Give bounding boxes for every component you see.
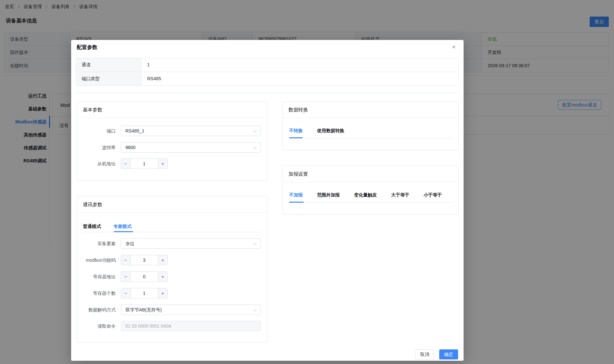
decode-mode-value: 双字节AB(无符号) [125, 307, 162, 312]
slave-addr-stepper: − 1 + [121, 158, 261, 169]
basic-params-card: 基本参数 端口 RS485_1 波特率 9600 从机地址 − 1 + [77, 101, 267, 181]
modal-divider [76, 93, 458, 93]
tab-no-convert[interactable]: 不转换 [289, 128, 303, 134]
slave-addr-label: 从机地址 [77, 158, 116, 169]
tabs-baseline [83, 232, 261, 232]
active-tab-indicator [289, 137, 303, 138]
decode-mode-label: 数据解码方式 [77, 305, 116, 315]
confirm-button[interactable]: 确定 [439, 349, 458, 359]
convert-tabs: 不转换 使用数据转换 [289, 128, 344, 134]
tab-less-equal[interactable]: 小于等于 [424, 192, 442, 198]
register-count-stepper: − 1 + [121, 288, 261, 298]
modbus-func-value[interactable]: 3 [130, 255, 158, 265]
collect-element-label: 采集要素 [77, 238, 116, 249]
baud-select[interactable]: 9600 [121, 142, 261, 153]
port-type-value: RS485 [141, 72, 458, 85]
card-title: 加报设置 [283, 166, 458, 182]
channel-info-table: 通道 1 端口类型 RS485 [76, 58, 458, 86]
tab-normal-mode[interactable]: 普通模式 [83, 224, 101, 230]
port-type-label: 端口类型 [76, 72, 141, 85]
active-tab-indicator [289, 202, 304, 203]
tab-no-report[interactable]: 不加报 [289, 192, 303, 198]
modal-title: 配置参数 [77, 44, 97, 51]
tabs-baseline [289, 202, 452, 203]
plus-icon[interactable]: + [158, 159, 167, 169]
card-title: 通讯参数 [77, 196, 267, 213]
report-tabs: 不加报 范围外加报 变化量触发 大于等于 小于等于 [289, 192, 442, 198]
port-select[interactable]: RS485_1 [121, 126, 261, 136]
register-addr-value[interactable]: 0 [130, 272, 158, 282]
tab-greater-equal[interactable]: 大于等于 [391, 192, 409, 198]
port-label: 端口 [77, 126, 116, 136]
plus-icon[interactable]: + [158, 272, 167, 282]
plus-icon[interactable]: + [158, 255, 167, 265]
modbus-func-stepper: − 3 + [121, 255, 261, 265]
tab-use-convert[interactable]: 使用数据转换 [317, 128, 344, 134]
minus-icon[interactable]: − [121, 272, 130, 282]
modbus-func-label: modbus功能码 [77, 255, 116, 265]
decode-mode-select[interactable]: 双字节AB(无符号) [121, 305, 261, 315]
active-tab-indicator [114, 231, 133, 232]
close-icon[interactable]: ✕ [450, 43, 458, 51]
chevron-down-icon [254, 146, 257, 149]
data-convert-card: 数据转换 不转换 使用数据转换 [283, 101, 458, 150]
slave-addr-value[interactable]: 1 [130, 159, 158, 169]
register-count-value[interactable]: 1 [130, 288, 158, 298]
channel-label: 通道 [76, 58, 141, 72]
register-addr-stepper: − 0 + [121, 271, 261, 282]
card-title: 基本参数 [77, 102, 267, 118]
read-command-label: 读取命令 [77, 321, 116, 331]
cancel-button[interactable]: 取消 [416, 349, 434, 359]
chevron-down-icon [254, 308, 257, 311]
tab-change-trigger[interactable]: 变化量触发 [354, 192, 377, 198]
read-command-field [121, 321, 261, 331]
chevron-down-icon [254, 129, 257, 132]
collect-element-select[interactable]: 水位 [121, 238, 261, 249]
comm-params-card: 通讯参数 普通模式 专家模式 采集要素 水位 modbus功能码 − 3 + 寄… [77, 196, 267, 342]
register-count-label: 寄存器个数 [77, 288, 116, 298]
card-title: 数据转换 [283, 102, 458, 118]
mode-tabs: 普通模式 专家模式 [83, 224, 132, 230]
config-params-modal: 配置参数 ✕ 通道 1 端口类型 RS485 基本参数 端口 RS485_1 波… [71, 40, 464, 361]
read-command-input[interactable] [121, 321, 261, 331]
tabs-baseline [289, 138, 452, 138]
minus-icon[interactable]: − [121, 288, 130, 298]
minus-icon[interactable]: − [121, 255, 130, 265]
channel-value: 1 [141, 58, 458, 72]
plus-icon[interactable]: + [158, 288, 167, 298]
register-addr-label: 寄存器地址 [77, 271, 116, 282]
port-select-value: RS485_1 [125, 128, 144, 133]
report-settings-card: 加报设置 不加报 范围外加报 变化量触发 大于等于 小于等于 [283, 166, 458, 214]
tab-out-of-range[interactable]: 范围外加报 [317, 192, 340, 198]
tab-expert-mode[interactable]: 专家模式 [113, 224, 132, 230]
table-row: 通道 1 [76, 58, 458, 72]
table-row: 端口类型 RS485 [76, 72, 458, 85]
baud-label: 波特率 [77, 142, 116, 153]
chevron-down-icon [254, 242, 257, 245]
baud-select-value: 9600 [125, 145, 135, 150]
minus-icon[interactable]: − [121, 159, 130, 169]
collect-element-value: 水位 [125, 241, 134, 246]
